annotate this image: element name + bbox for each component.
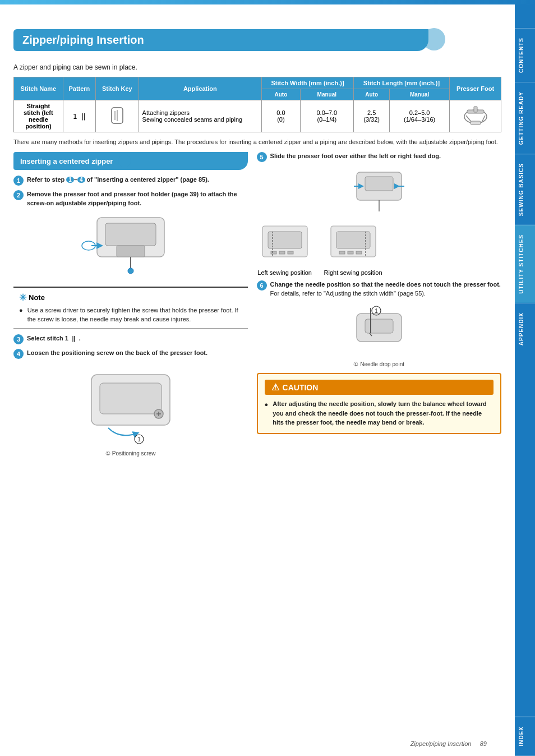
step-text-2: Remove the presser foot and presser foot…: [27, 190, 248, 208]
pattern-icon: 1 ‖: [73, 112, 86, 121]
step-text-3: Select stitch 1 ‖ .: [27, 334, 81, 343]
inserting-section-title: Inserting a centered zipper: [13, 152, 248, 170]
step-text-6: Change the needle position so that the n…: [270, 280, 501, 298]
sidebar-item-contents[interactable]: CONTENTS: [515, 28, 535, 82]
note-item-1: Use a screw driver to securely tighten t…: [19, 306, 242, 324]
cell-stitch-key: [96, 100, 139, 132]
svg-rect-32: [336, 232, 370, 248]
col-stitch-name: Stitch Name: [14, 77, 63, 100]
left-sewing-diagram: [257, 223, 313, 268]
step-4: 4 Loosen the positioning screw on the ba…: [13, 349, 248, 359]
step6-diagram: 1 ① Needle drop point: [257, 302, 501, 367]
svg-rect-8: [471, 121, 481, 125]
page-title-section: Zipper/piping Insertion: [13, 20, 501, 58]
note-box: ✳ Note Use a screw driver to securely ti…: [13, 287, 248, 329]
step-num-6: 6: [257, 280, 267, 291]
svg-rect-29: [288, 251, 293, 254]
svg-rect-27: [271, 251, 276, 254]
step-text-1: Refer to step 1–4 of "Inserting a center…: [27, 176, 209, 184]
description-text: There are many methods for inserting zip…: [13, 138, 501, 146]
step-num-1: 1: [13, 176, 24, 186]
col-pattern: Pattern: [63, 77, 95, 100]
svg-rect-10: [105, 223, 156, 246]
sub-col-sw-auto: Auto: [262, 89, 301, 100]
title-circle-decoration: [423, 28, 445, 50]
svg-rect-11: [117, 246, 145, 257]
col-presser-foot: Presser Foot: [450, 77, 501, 100]
step-num-3: 3: [13, 334, 24, 344]
needle-drop-diagram: 1: [345, 302, 413, 358]
cell-sl-manual: 0.2–5.0(1/64–3/16): [390, 100, 450, 132]
cell-application: Attaching zippersSewing concealed seams …: [139, 100, 261, 132]
step-1: 1 Refer to step 1–4 of "Inserting a cent…: [13, 176, 248, 186]
step-2: 2 Remove the presser foot and presser fo…: [13, 190, 248, 208]
positioning-screw-diagram: 1: [75, 363, 187, 448]
caution-title: ⚠ CAUTION: [265, 380, 494, 395]
sidebar-item-getting-ready[interactable]: GETTING READY: [515, 82, 535, 154]
note-snowflake-icon: ✳: [19, 292, 26, 303]
svg-text:1: 1: [137, 436, 141, 442]
note-title: ✳ Note: [19, 292, 242, 303]
step-num-4: 4: [13, 349, 24, 359]
svg-rect-16: [100, 383, 162, 414]
sub-col-sw-manual: Manual: [300, 89, 353, 100]
top-bar: [0, 0, 535, 4]
slide-presser-foot-diagram: [323, 167, 435, 217]
caution-box: ⚠ CAUTION After adjusting the needle pos…: [257, 373, 501, 434]
svg-rect-38: [365, 319, 393, 333]
step-num-2: 2: [13, 190, 24, 200]
svg-rect-26: [268, 232, 302, 248]
step-3: 3 Select stitch 1 ‖ .: [13, 334, 248, 344]
step-5: 5 Slide the presser foot over either the…: [257, 152, 501, 162]
right-sewing-label: Right sewing position: [324, 269, 382, 276]
cell-stitch-name: Straightstitch (leftneedleposition): [14, 100, 63, 132]
svg-rect-23: [365, 177, 393, 191]
step-text-4: Loosen the positioning screw on the back…: [27, 349, 207, 357]
left-column: Inserting a centered zipper 1 Refer to s…: [13, 152, 248, 461]
sewing-positions: Left sewing position Right sewing positi…: [257, 223, 501, 276]
title-circle: [118, 155, 131, 167]
needle-drop-annotation: ① Needle drop point: [257, 361, 501, 367]
caution-icon: ⚠: [271, 382, 279, 393]
sidebar-item-index[interactable]: INDEX: [515, 717, 535, 756]
step5-diagram: [257, 167, 501, 219]
stitch-key-icon: [109, 107, 125, 125]
cell-sl-auto: 2.5(3/32): [353, 100, 389, 132]
col-stitch-length: Stitch Length [mm (inch.)]: [353, 77, 449, 89]
sidebar-item-appendix[interactable]: APPENDIX: [515, 303, 535, 354]
step2-diagram: [13, 212, 248, 281]
cell-pattern: 1 ‖: [63, 100, 95, 132]
step-num-5: 5: [257, 152, 267, 162]
right-sewing-position: Right sewing position: [324, 223, 382, 276]
step-text-5: Slide the presser foot over either the l…: [270, 152, 441, 160]
caution-item-1: After adjusting the needle position, slo…: [265, 399, 494, 427]
col-application: Application: [139, 77, 261, 100]
sub-col-sl-manual: Manual: [390, 89, 450, 100]
sidebar-item-sewing-basics[interactable]: SEWING BASICS: [515, 154, 535, 225]
right-sewing-diagram: [325, 223, 381, 268]
svg-text:1: 1: [375, 308, 378, 314]
svg-point-13: [128, 268, 133, 274]
table-header-main: Stitch Name Pattern Stitch Key Applicati…: [14, 77, 501, 89]
cell-sw-manual: 0.0–7.0(0–1/4): [300, 100, 353, 132]
presser-foot-attachment-diagram: [75, 212, 187, 279]
cell-sw-auto: 0.0(0): [262, 100, 301, 132]
svg-rect-34: [348, 251, 353, 254]
right-column: 5 Slide the presser foot over either the…: [257, 152, 501, 461]
two-column-layout: Inserting a centered zipper 1 Refer to s…: [13, 152, 501, 461]
step-6: 6 Change the needle position so that the…: [257, 280, 501, 298]
left-sewing-label: Left sewing position: [257, 269, 313, 276]
svg-rect-35: [356, 251, 362, 254]
step4-diagram: 1 ① Positioning screw: [13, 363, 248, 457]
table-row: Straightstitch (leftneedleposition) 1 ‖ …: [14, 100, 501, 132]
sidebar-item-utility-stitches[interactable]: UTILITY STITCHES: [515, 225, 535, 303]
sub-col-sl-auto: Auto: [353, 89, 389, 100]
presser-foot-image: [462, 105, 490, 126]
svg-rect-5: [474, 107, 477, 112]
svg-rect-33: [339, 251, 345, 254]
stitch-table: Stitch Name Pattern Stitch Key Applicati…: [13, 77, 501, 132]
col-stitch-key: Stitch Key: [96, 77, 139, 100]
positioning-screw-annotation: ① Positioning screw: [13, 450, 248, 457]
sidebar: CONTENTS GETTING READY SEWING BASICS UTI…: [515, 0, 535, 756]
cell-presser-foot: [450, 100, 501, 132]
